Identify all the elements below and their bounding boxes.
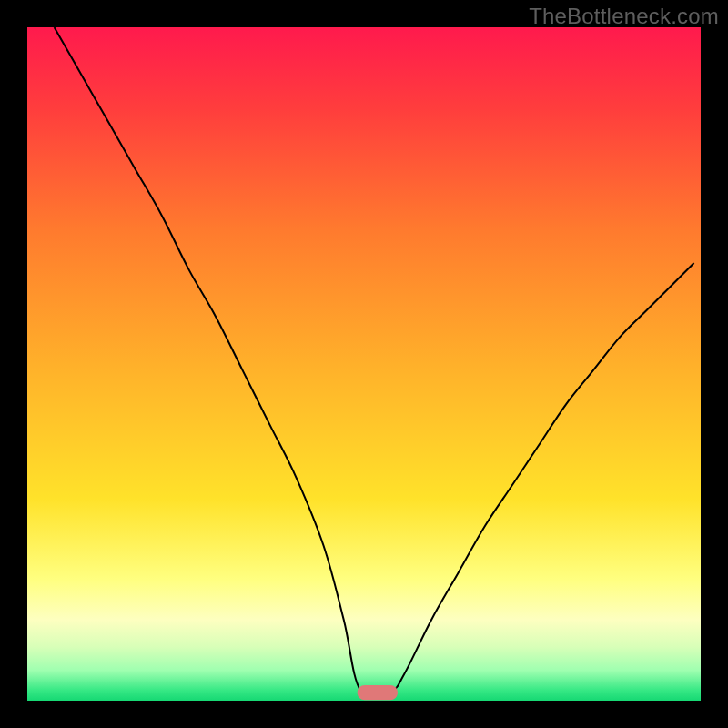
watermark-text: TheBottleneck.com: [529, 4, 719, 29]
target-marker: [358, 685, 398, 700]
bottleneck-chart: [27, 27, 701, 701]
chart-frame: TheBottleneck.com: [0, 0, 728, 728]
plot-background: [27, 27, 701, 701]
